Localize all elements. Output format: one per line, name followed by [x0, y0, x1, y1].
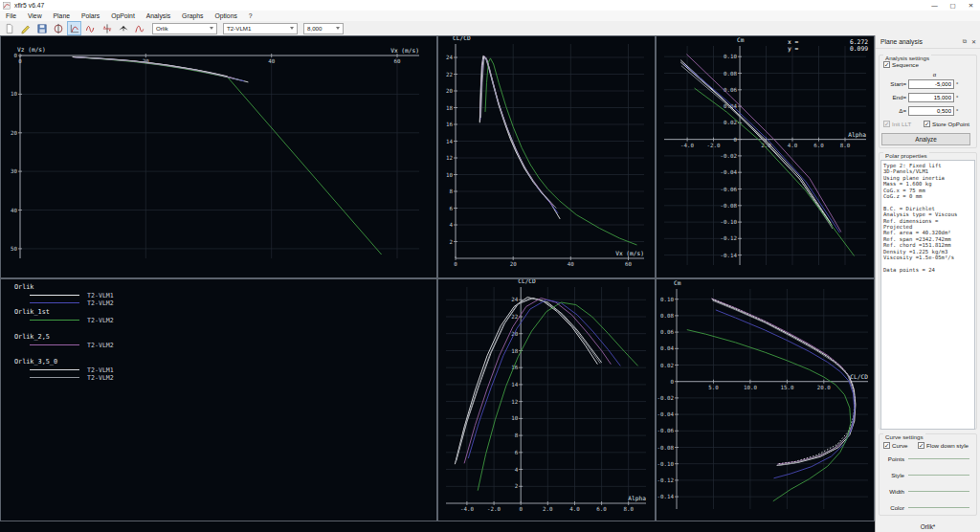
svg-text:2.0: 2.0 [543, 506, 553, 512]
cp-view-icon[interactable] [100, 21, 114, 35]
stability-view-icon[interactable] [132, 21, 146, 35]
svg-text:60: 60 [625, 261, 632, 267]
save-icon[interactable] [34, 21, 49, 35]
sequence-checkbox-box[interactable]: ✓ [883, 61, 890, 68]
line-style-preview[interactable] [908, 475, 969, 476]
maximize-button[interactable]: ▢ [944, 0, 962, 11]
analysis-row-2: Δ=° [881, 106, 958, 115]
curve-legend-pane: OrlikT2-VLM1T2-VLM2Orlik_1stT2-VLM2Orlik… [0, 278, 437, 521]
end-field[interactable] [908, 93, 954, 102]
oppoint-combo[interactable]: 8,000 [303, 23, 344, 34]
curve [716, 310, 855, 478]
curve-checkbox-box[interactable]: ✓ [883, 442, 890, 449]
store-oppoint-checkbox[interactable]: ✓Store OpPoint [924, 120, 969, 127]
xflr5-window: xflr5 v6.47 — ▢ ✕ FileViewPlanePolarsOpP… [0, 0, 980, 532]
menu-[interactable]: ? [243, 11, 258, 21]
degree-unit: ° [956, 81, 958, 87]
toolbar: OrlikT2-VLM18,000 [0, 21, 980, 36]
svg-text:40: 40 [268, 58, 275, 64]
curve [680, 62, 831, 223]
legend-line-sample [30, 369, 79, 370]
svg-text:40: 40 [11, 208, 17, 213]
panel-close-icon[interactable]: ✕ [971, 38, 976, 45]
curve-setting-points[interactable]: Points [881, 454, 969, 462]
flow-down-style-checkbox[interactable]: ✓Flow down style [918, 441, 969, 449]
menu-file[interactable]: File [0, 11, 22, 21]
legend-curve-label: T2-VLM2 [87, 374, 114, 382]
svg-text:-0.10: -0.10 [657, 461, 675, 467]
svg-text:-2.0: -2.0 [487, 506, 501, 512]
flow-down-style-checkbox-box[interactable]: ✓ [918, 442, 924, 449]
svg-text:-0.10: -0.10 [721, 219, 738, 225]
close-button[interactable]: ✕ [962, 0, 980, 11]
graph-g2-canvas[interactable]: 020406024681012141618202224CL/CDVx (m/s) [438, 36, 655, 277]
curve-setting-style[interactable]: Style [881, 471, 969, 478]
legend-curve-label: T2-VLM2 [87, 317, 114, 324]
undock-icon[interactable]: ⧉ [963, 38, 967, 45]
svg-text:-0.04: -0.04 [721, 169, 738, 175]
3d-view-icon[interactable] [116, 21, 130, 35]
start-field[interactable] [908, 79, 954, 89]
graph-area: 020406001020304050Vz (m/s)Vx (m/s)020406… [0, 35, 875, 532]
svg-text:0: 0 [519, 506, 523, 512]
wing-analysis-icon[interactable] [51, 21, 65, 35]
svg-text:22: 22 [511, 314, 518, 320]
svg-text:8.0: 8.0 [623, 506, 634, 512]
legend-group-name: Orlik_1st [14, 308, 50, 316]
curve-checkbox[interactable]: ✓Curve [883, 441, 908, 449]
titlebar: xflr5 v6.47 — ▢ ✕ [0, 0, 980, 11]
graph-g4-canvas[interactable]: -4.0-2.002.04.06.08.02468101214161820222… [438, 279, 655, 521]
curve [480, 56, 554, 207]
curve [683, 64, 840, 233]
init-llt-checkbox[interactable]: ✓Init LLT [883, 120, 911, 127]
new-file-icon[interactable] [2, 21, 16, 35]
svg-text:6.0: 6.0 [596, 506, 607, 512]
minimize-button[interactable]: — [925, 0, 944, 11]
svg-text:Vx (m/s): Vx (m/s) [390, 47, 419, 54]
svg-text:10: 10 [11, 91, 17, 97]
svg-text:0.10: 0.10 [660, 297, 674, 302]
svg-text:-0.08: -0.08 [721, 203, 738, 209]
store-oppoint-checkbox-box[interactable]: ✓ [924, 121, 930, 127]
cursor-readout: x =6.272y =0.099 [788, 38, 868, 52]
polar-combo[interactable]: T2-VLM1 [223, 23, 298, 34]
legend-group-name: Orlik [14, 283, 33, 291]
open-file-icon[interactable] [18, 21, 33, 35]
graph-g3-canvas[interactable]: -4.0-2.02.04.06.08.00.100.080.060.040.02… [657, 36, 874, 277]
graph-g5-canvas[interactable]: 5.010.015.020.00.100.080.060.040.020-0.0… [657, 279, 874, 521]
menu-plane[interactable]: Plane [48, 11, 76, 21]
svg-text:0: 0 [14, 53, 18, 58]
init-llt-checkbox-box[interactable]: ✓ [883, 121, 890, 127]
line-style-preview[interactable] [908, 458, 969, 459]
legend-line-sample [30, 320, 79, 321]
svg-text:0: 0 [18, 58, 22, 64]
curve-setting-width[interactable]: Width [881, 487, 969, 495]
menu-graphs[interactable]: Graphs [176, 11, 209, 21]
svg-text:6: 6 [450, 206, 454, 211]
legend-group-name: Orlik_2,5 [14, 333, 50, 341]
curve-setting-color[interactable]: Color [881, 503, 969, 511]
sequence-checkbox[interactable]: ✓Sequence [883, 60, 919, 68]
menu-analysis[interactable]: Analysis [141, 11, 176, 21]
menu-view[interactable]: View [22, 11, 48, 21]
svg-text:8.0: 8.0 [840, 143, 851, 148]
polar-view-icon[interactable] [67, 21, 81, 35]
analyze-button[interactable]: Analyze [881, 133, 970, 145]
graph-g1-canvas[interactable]: 020406001020304050Vz (m/s)Vx (m/s) [1, 36, 436, 277]
line-style-preview[interactable] [908, 491, 969, 492]
curve [74, 57, 234, 78]
plane-combo[interactable]: Orlik [152, 23, 217, 34]
svg-text:-0.12: -0.12 [721, 235, 737, 241]
opp-view-icon[interactable] [83, 21, 98, 35]
curve [455, 298, 597, 465]
svg-text:10: 10 [446, 172, 453, 178]
menu-polars[interactable]: Polars [76, 11, 105, 21]
svg-text:20: 20 [11, 130, 17, 136]
svg-text:0: 0 [454, 261, 457, 267]
delta-field[interactable] [908, 106, 954, 116]
line-style-preview[interactable] [908, 507, 969, 508]
analysis-row-label: End= [881, 94, 906, 100]
menu-options[interactable]: Options [209, 11, 242, 21]
menu-oppoint[interactable]: OpPoint [105, 11, 141, 21]
curve [479, 55, 560, 219]
